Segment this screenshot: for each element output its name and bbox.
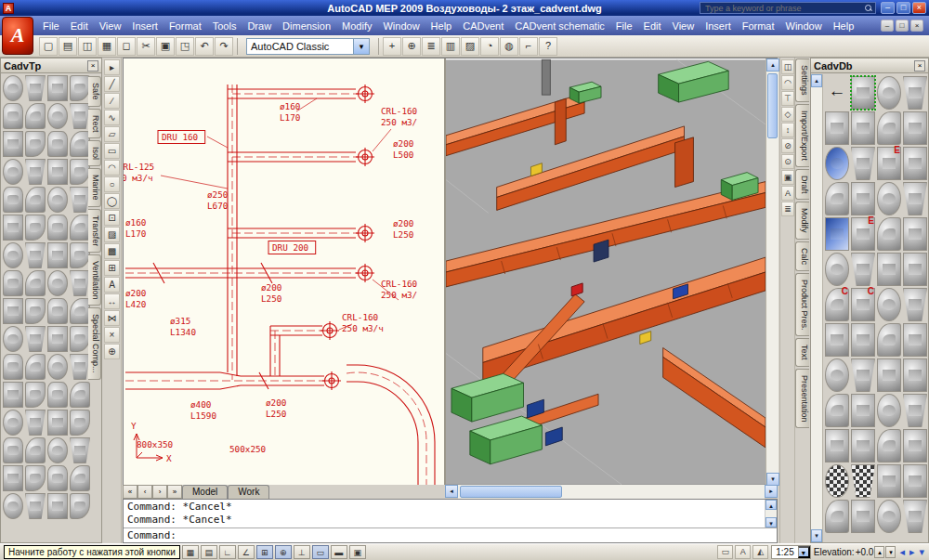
duct-fitting-thumb[interactable]: [70, 103, 90, 129]
duct-fitting-thumb[interactable]: [825, 111, 849, 145]
duct-fitting-thumb[interactable]: [877, 76, 901, 110]
duct-fitting-thumb[interactable]: [825, 358, 849, 392]
duct-fitting-thumb[interactable]: [877, 253, 901, 286]
next-view-button[interactable]: ▸: [909, 546, 916, 558]
qp-toggle[interactable]: ▣: [349, 545, 366, 559]
snap-toggle[interactable]: ▦: [182, 545, 199, 559]
duct-fitting-thumb[interactable]: [903, 182, 927, 215]
duct-fitting-thumb[interactable]: E: [851, 217, 875, 251]
menu-browser-button[interactable]: A: [2, 17, 33, 55]
copy-button[interactable]: ▣: [156, 37, 175, 56]
duct-fitting-thumb[interactable]: [25, 298, 46, 324]
duct-fitting-thumb[interactable]: [25, 465, 46, 491]
duct-fitting-thumb[interactable]: [3, 187, 23, 213]
duct-fitting-thumb[interactable]: [903, 323, 927, 357]
duct-fitting-thumb[interactable]: [3, 131, 23, 157]
duct-fitting-thumb[interactable]: C: [825, 288, 849, 321]
duct-fitting-thumb[interactable]: [47, 465, 68, 491]
duct-fitting-thumb[interactable]: [70, 326, 90, 352]
duct-fitting-thumb[interactable]: [25, 437, 46, 463]
undo-button[interactable]: ↶: [195, 37, 214, 56]
duct-fitting-thumb[interactable]: [903, 111, 927, 145]
duct-fitting-thumb[interactable]: [70, 493, 90, 519]
ortho-toggle[interactable]: ∟: [219, 545, 236, 559]
duct-fitting-thumb[interactable]: [3, 159, 23, 185]
command-scrollbar[interactable]: ▴ ▾: [765, 500, 777, 527]
arc-tool-button[interactable]: ◠: [104, 160, 120, 176]
duct-fitting-thumb[interactable]: [47, 298, 68, 324]
duct-fitting-thumb[interactable]: [851, 358, 875, 392]
duct-fitting-thumb[interactable]: [47, 270, 68, 296]
doc-close-button[interactable]: ×: [910, 20, 923, 32]
duct-fitting-thumb[interactable]: [70, 382, 90, 408]
scrollbar-track[interactable]: [458, 485, 765, 499]
orbit-button[interactable]: ◔: [480, 37, 499, 56]
measure-button[interactable]: ⌐: [519, 37, 538, 56]
annotation-scale-button[interactable]: A: [735, 545, 751, 559]
cut-button[interactable]: ✂: [137, 37, 155, 56]
plan-2d-viewport[interactable]: DRU 160CRL-1250 м3/чø160L170CRL-160250 м…: [124, 59, 444, 486]
label-tool-button[interactable]: A: [781, 186, 794, 201]
duct-fitting-thumb[interactable]: [3, 270, 23, 296]
model-3d-viewport[interactable]: [444, 59, 765, 486]
pan-button[interactable]: +: [383, 37, 401, 56]
menu-item[interactable]: Insert: [700, 18, 737, 34]
duct-fitting-thumb[interactable]: [70, 465, 90, 491]
duct-fitting-thumb[interactable]: [47, 75, 68, 101]
duct-fitting-thumb[interactable]: [877, 500, 901, 533]
rectangle-tool-button[interactable]: ▭: [104, 143, 120, 159]
insert-block-tool-button[interactable]: ⊡: [104, 210, 120, 226]
dyn-toggle[interactable]: ▭: [312, 545, 329, 559]
duct-fitting-thumb[interactable]: [825, 500, 849, 533]
duct-fitting-thumb[interactable]: [825, 182, 849, 215]
duct-fitting-thumb[interactable]: [877, 323, 901, 357]
menu-item[interactable]: File: [610, 18, 638, 34]
scrollbar-thumb[interactable]: [460, 486, 562, 498]
prev-view-button[interactable]: ◂: [898, 546, 906, 558]
duct-fitting-thumb[interactable]: [877, 464, 901, 498]
workspace-combo-value[interactable]: AutoCAD Classic: [246, 38, 354, 55]
construction-line-tool-button[interactable]: ∕: [104, 93, 120, 109]
elevation-value[interactable]: +0.0: [856, 547, 874, 557]
duct-fitting-thumb[interactable]: [47, 437, 68, 463]
table-tool-button[interactable]: ⊞: [104, 260, 120, 276]
scroll-right-button[interactable]: ▸: [765, 485, 778, 498]
polygon-tool-button[interactable]: ▱: [104, 126, 120, 142]
duct-fitting-thumb[interactable]: [851, 182, 875, 215]
lwt-toggle[interactable]: ▬: [331, 545, 347, 559]
duct-fitting-thumb[interactable]: [877, 182, 901, 215]
duct-fitting-thumb[interactable]: [851, 323, 875, 357]
duct-fitting-thumb[interactable]: [3, 437, 23, 463]
next-tab-button[interactable]: ›: [152, 485, 167, 499]
duct-fitting-thumb[interactable]: [903, 500, 927, 533]
damper-tool-button[interactable]: ⊘: [781, 138, 794, 153]
render-button[interactable]: ◍: [500, 37, 518, 56]
prev-tab-button[interactable]: ‹: [137, 485, 152, 499]
new-file-button[interactable]: ▢: [39, 37, 58, 56]
diffuser-tool-button[interactable]: ⊙: [781, 154, 794, 169]
duct-fitting-thumb[interactable]: [70, 187, 90, 213]
scroll-down-button[interactable]: ▾: [811, 529, 822, 542]
duct-fitting-thumb[interactable]: [25, 270, 46, 296]
otrack-toggle[interactable]: ⊕: [275, 545, 292, 559]
tee-tool-button[interactable]: ⊤: [781, 91, 794, 106]
duct-fitting-thumb[interactable]: [825, 464, 849, 498]
scroll-left-button[interactable]: ◂: [445, 485, 458, 498]
zoom-tool-button[interactable]: ⊕: [104, 344, 120, 359]
menu-item[interactable]: CADvent: [457, 18, 509, 34]
duct-fitting-thumb[interactable]: [851, 76, 875, 110]
duct-fitting-thumb[interactable]: [25, 242, 46, 268]
line-tool-button[interactable]: ╱: [104, 76, 120, 92]
elevation-down-button[interactable]: ▾: [885, 546, 896, 558]
text-tool-button[interactable]: A: [104, 277, 120, 293]
layers-button[interactable]: ≣: [422, 37, 440, 56]
menu-item[interactable]: Window: [377, 18, 425, 34]
status-menu-caret[interactable]: ▾: [918, 546, 925, 558]
scroll-down-button[interactable]: ▾: [766, 473, 779, 486]
duct-fitting-thumb[interactable]: [877, 358, 901, 392]
select-tool-button[interactable]: ▸: [104, 59, 120, 75]
redo-button[interactable]: ↷: [215, 37, 233, 56]
duct-fitting-thumb[interactable]: [47, 215, 68, 241]
menu-item[interactable]: CADvent schematic: [509, 18, 610, 34]
duct-fitting-thumb[interactable]: [3, 382, 23, 408]
